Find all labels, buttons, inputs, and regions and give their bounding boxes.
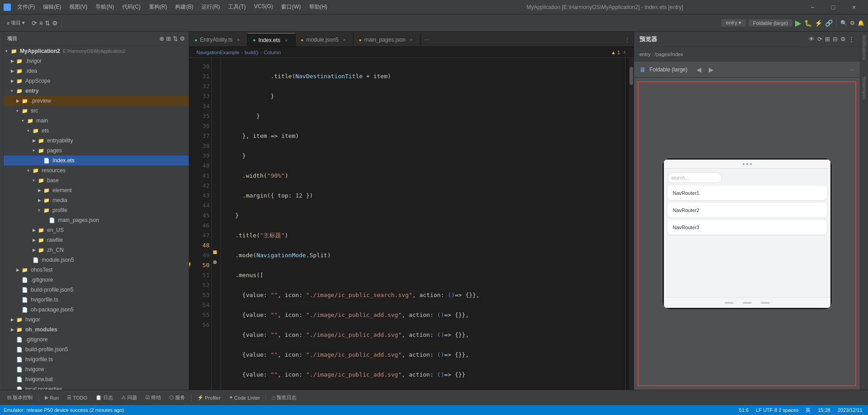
btn-code-linter[interactable]: ✦ Code Linter xyxy=(225,394,264,401)
tree-item-hvigor-root[interactable]: ▶📁 hvigor xyxy=(4,315,189,325)
tree-item-element[interactable]: ▶📁 element xyxy=(4,185,189,195)
toolbar-project-btn[interactable]: ≡ 项目 ▾ xyxy=(4,18,28,28)
tree-item-resources[interactable]: ▾📁 resources xyxy=(4,165,189,175)
preview-layout-icon[interactable]: ⊟ xyxy=(833,36,838,42)
tree-item-main-pages-json[interactable]: 📄 main_pages.json xyxy=(4,215,189,225)
device-next-button[interactable]: ▶ xyxy=(707,65,715,74)
tab-index-ets[interactable]: ● Index.ets × xyxy=(248,33,296,47)
entry-config[interactable]: entry ▾ xyxy=(721,19,746,27)
filter-icon[interactable]: ⇅ xyxy=(45,19,50,27)
tree-item-hvigor[interactable]: ▶📁 .hvigor xyxy=(4,56,189,66)
tree-item-media[interactable]: ▶📁 media xyxy=(4,195,189,205)
menu-build[interactable]: 构建(B) xyxy=(172,2,197,12)
breadcrumb-item-2[interactable]: build() xyxy=(244,50,258,55)
tree-item-hvigorfile2[interactable]: 📄 hvigorfile.ts xyxy=(4,354,189,364)
tree-item-hvigorw[interactable]: 📄 hvigorw xyxy=(4,364,189,374)
tree-item-preview[interactable]: ▶📁 .preview xyxy=(4,96,189,106)
tree-item-build-profile2[interactable]: 📄 build-profile.json5 xyxy=(4,344,189,354)
tab-entryability-close[interactable]: × xyxy=(235,37,242,43)
menu-tools[interactable]: 工具(T) xyxy=(224,2,249,12)
btn-run[interactable]: ▶ Run xyxy=(41,394,62,401)
menu-view[interactable]: 视图(V) xyxy=(66,2,91,12)
tree-item-ohpackage1[interactable]: 📄 oh-package.json5 xyxy=(4,305,189,315)
btn-preview-log[interactable]: □ 预览日志 xyxy=(268,393,300,402)
minimize-button[interactable]: − xyxy=(802,0,823,14)
menu-edit[interactable]: 编辑(E) xyxy=(39,2,65,12)
menu-refactor[interactable]: 重构(R) xyxy=(145,2,171,12)
tree-item-ets[interactable]: ▾📁 ets xyxy=(4,126,189,136)
bookmarks-label[interactable]: Bookmarks xyxy=(862,77,867,99)
device-more-button[interactable]: ··· xyxy=(850,66,854,73)
run-button[interactable]: ▶ xyxy=(795,18,801,28)
notifications-icon[interactable]: 🔔 xyxy=(858,20,864,26)
tabs-more-button[interactable]: ⋯ xyxy=(420,33,433,47)
profile-button[interactable]: ⚡ xyxy=(815,19,822,27)
btn-problems[interactable]: ⚠ 问题 xyxy=(118,393,141,402)
layout-icon[interactable]: ≡ xyxy=(39,19,43,27)
menu-help[interactable]: 帮助(H) xyxy=(305,2,331,12)
preview-eye-icon[interactable]: 👁 xyxy=(809,36,815,42)
btn-log[interactable]: 📋 日志 xyxy=(92,393,117,402)
preview-more-icon[interactable]: ⋮ xyxy=(849,36,854,42)
tab-module-json[interactable]: ● module.json5 × xyxy=(296,33,353,47)
tree-item-hvigorfile1[interactable]: 📄 hvigorfile.ts xyxy=(4,295,189,305)
preview-refresh-icon[interactable]: ⟳ xyxy=(817,36,822,42)
menu-nav[interactable]: 导航(N) xyxy=(92,2,118,12)
sidebar-add-icon[interactable]: ⊕ xyxy=(159,35,164,42)
code-scrollbar[interactable] xyxy=(629,58,634,390)
tree-item-module-json5[interactable]: 📄 module.json5 xyxy=(4,255,189,265)
tree-item-idea[interactable]: ▶📁 .idea xyxy=(4,66,189,76)
tree-item-hvigorwbat[interactable]: 📄 hvigorw.bat xyxy=(4,374,189,384)
status-encoding[interactable]: LF UTF-8 2 spaces xyxy=(754,407,800,413)
tree-item-appscope[interactable]: ▶📁 AppScope xyxy=(4,76,189,86)
tabs-settings-icon[interactable]: ⋮ xyxy=(621,33,634,47)
tree-item-ohostest[interactable]: ▶📁 ohosTest xyxy=(4,265,189,275)
devices-dropdown[interactable]: Foldable (large) xyxy=(749,19,792,27)
tree-item-localprops[interactable]: 📄 local.properties xyxy=(4,384,189,390)
sync-icon[interactable]: ⟳ xyxy=(32,19,37,27)
tree-item-zh-cn[interactable]: ▶📁 zh_CN xyxy=(4,245,189,255)
notifications-label[interactable]: Notifications xyxy=(862,35,867,60)
btn-services[interactable]: ⬡ 服务 xyxy=(166,393,189,402)
btn-terminal[interactable]: ☑ 终结 xyxy=(142,393,165,402)
tree-item-profile[interactable]: ▾📁 profile xyxy=(4,205,189,215)
tab-index-close[interactable]: × xyxy=(283,37,290,43)
tree-item-entryability[interactable]: ▶📁 entryability xyxy=(4,136,189,146)
code-content[interactable]: .title(NavDestinationTitle + item) } } }… xyxy=(221,58,625,390)
gear-toolbar-icon[interactable]: ⚙ xyxy=(850,20,855,26)
maximize-button[interactable]: □ xyxy=(823,0,844,14)
tree-item-en-us[interactable]: ▶📁 en_US xyxy=(4,225,189,235)
warning-indicator[interactable]: ▲ 1 xyxy=(611,50,620,55)
breadcrumb-item-3[interactable]: Column xyxy=(264,50,281,55)
debug-button[interactable]: 🐛 xyxy=(804,19,812,27)
tab-mainpages-json[interactable]: ● main_pages.json × xyxy=(353,33,420,47)
tree-item-base[interactable]: ▾📁 base xyxy=(4,175,189,185)
tree-item-gitignore1[interactable]: 📄 .gitignore xyxy=(4,275,189,285)
tab-entryability[interactable]: ● EntryAbility.ts × xyxy=(189,33,248,47)
tab-mainpages-close[interactable]: × xyxy=(408,37,415,43)
menu-code[interactable]: 代码(C) xyxy=(119,2,144,12)
menu-vcs[interactable]: VCS(G) xyxy=(250,2,277,12)
sidebar-layout-icon[interactable]: ⊞ xyxy=(166,35,171,42)
settings-icon[interactable]: ⚙ xyxy=(52,19,58,27)
device-prev-button[interactable]: ◀ xyxy=(695,65,703,74)
tree-item-src[interactable]: ▾📁 src xyxy=(4,106,189,116)
breadcrumb-item-1[interactable]: NavigationExample xyxy=(196,50,239,55)
tree-item-myapp2[interactable]: ▾📁 MyApplication2 E:\HarmonyOS\MyApplica… xyxy=(4,46,189,56)
tab-module-close[interactable]: × xyxy=(341,37,348,43)
search-toolbar-icon[interactable]: 🔍 xyxy=(840,20,847,26)
sidebar-settings-icon[interactable]: ⚙ xyxy=(180,35,185,42)
tree-item-gitignore2[interactable]: 📄 .gitignore xyxy=(4,335,189,344)
menu-window[interactable]: 窗口(W) xyxy=(277,2,304,12)
status-lang[interactable]: 英 xyxy=(804,407,812,414)
warning-close-icon[interactable]: ∧ xyxy=(623,49,626,55)
tree-item-rawfile[interactable]: ▶📁 rawfile xyxy=(4,235,189,245)
tree-item-index-ets[interactable]: 📄 Index.ets xyxy=(4,156,189,165)
sidebar-filter-icon[interactable]: ⇅ xyxy=(173,35,178,42)
tree-item-pages[interactable]: ▾📁 pages xyxy=(4,146,189,156)
attach-button[interactable]: 🔗 xyxy=(825,19,833,27)
preview-settings-icon[interactable]: ⚙ xyxy=(840,36,846,42)
tree-item-oh-modules[interactable]: ▶📁 oh_modules xyxy=(4,325,189,335)
btn-profiler[interactable]: ⚡ Profiler xyxy=(194,394,224,401)
tree-item-main[interactable]: ▾📁 main xyxy=(4,116,189,126)
